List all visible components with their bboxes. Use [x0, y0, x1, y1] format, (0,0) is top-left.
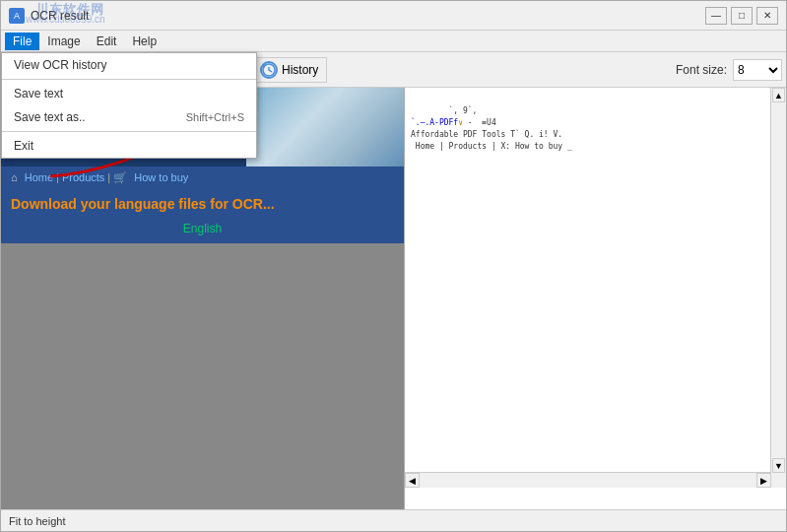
status-text: Fit to height	[9, 515, 65, 527]
editor-line2: `.—.A-PDFf∨ - ≡U4	[411, 118, 496, 127]
nav-products-link[interactable]: Products	[62, 171, 104, 183]
nav-pipe-1: |	[56, 171, 59, 183]
web-nav: ⌂ Home | Products | 🛒 How to buy	[1, 166, 404, 188]
file-dropdown-menu: View OCR history Save text Save text as.…	[1, 52, 257, 159]
person-bg	[246, 88, 404, 166]
nav-space	[20, 171, 23, 183]
scroll-left-button[interactable]: ◀	[405, 473, 420, 488]
history-label: History	[282, 63, 318, 77]
menu-file[interactable]: File	[5, 33, 39, 50]
main-window: A OCR result — □ ✕ 川东软件网 www.cdso0359.cn…	[0, 0, 787, 532]
editor-line1: `, 9`,	[449, 106, 478, 115]
font-size-select[interactable]: 8 9 10 12 14	[733, 59, 782, 81]
web-person-image	[246, 88, 404, 166]
editor-line3: Affordable PDF Tools T` Q. i! V.	[411, 130, 562, 139]
dropdown-view-history[interactable]: View OCR history	[2, 53, 256, 77]
menu-bar: File Image Edit Help	[1, 31, 786, 52]
editor-line4: Home | Products | X: How to buy _	[411, 142, 572, 151]
scroll-down-button[interactable]: ▼	[772, 458, 785, 473]
maximize-button[interactable]: □	[731, 7, 753, 25]
dropdown-separator-2	[2, 131, 256, 132]
minimize-button[interactable]: —	[705, 7, 727, 25]
title-bar: A OCR result — □ ✕ 川东软件网 www.cdso0359.cn	[1, 1, 786, 31]
window-controls: — □ ✕	[705, 7, 778, 25]
app-icon: A	[9, 8, 25, 24]
nav-home-icon: ⌂	[11, 171, 18, 183]
nav-howtobuy-link[interactable]: How to buy	[134, 171, 188, 183]
nav-home-link[interactable]: Home	[25, 171, 53, 183]
dropdown-save-text[interactable]: Save text	[2, 82, 256, 105]
menu-edit[interactable]: Edit	[89, 33, 125, 50]
text-editor[interactable]: `, 9`, `.—.A-PDFf∨ - ≡U4 Affordable PDF …	[405, 88, 786, 509]
scroll-up-button[interactable]: ▲	[772, 88, 785, 102]
close-button[interactable]: ✕	[756, 7, 778, 25]
text-panel: `, 9`, `.—.A-PDFf∨ - ≡U4 Affordable PDF …	[405, 88, 786, 509]
web-rest	[1, 243, 404, 509]
dropdown-save-text-as[interactable]: Save text as.. Shift+Ctrl+S	[2, 105, 256, 129]
status-bar: Fit to height	[1, 509, 786, 531]
history-button[interactable]: History	[251, 57, 327, 83]
nav-pipe-2: |	[107, 171, 110, 183]
window-title: OCR result	[31, 9, 705, 23]
dropdown-exit[interactable]: Exit	[2, 134, 256, 158]
menu-help[interactable]: Help	[124, 33, 164, 50]
clock-icon	[262, 63, 276, 77]
dropdown-separator-1	[2, 79, 256, 80]
nav-space2	[129, 171, 132, 183]
scroll-right-button[interactable]: ▶	[756, 473, 771, 488]
web-banner-sub: English	[1, 220, 404, 243]
web-banner: Download your language files for OCR...	[1, 188, 404, 220]
nav-cart-icon: 🛒	[113, 171, 127, 184]
menu-image[interactable]: Image	[39, 33, 88, 50]
font-size-label: Font size:	[676, 63, 727, 77]
history-icon	[260, 61, 278, 79]
